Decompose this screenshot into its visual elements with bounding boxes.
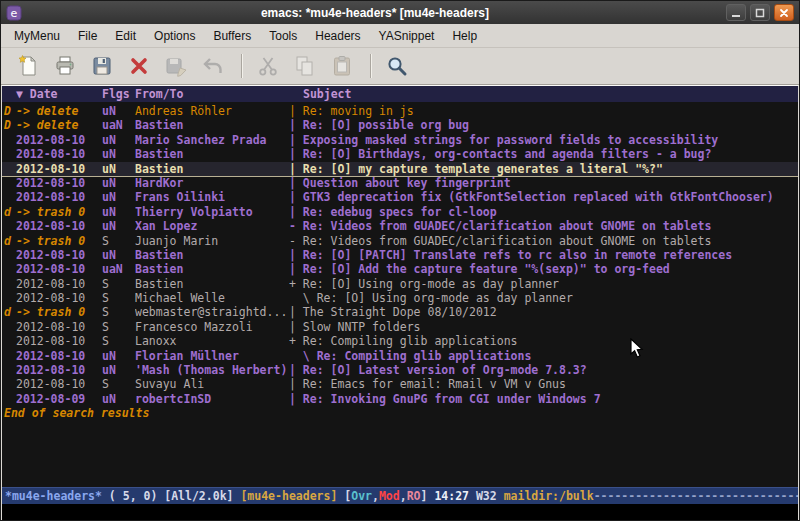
menu-item-headers[interactable]: Headers: [306, 24, 369, 47]
date-cell: 2012-08-10: [16, 377, 102, 391]
subject-cell: | Re: Invoking GnuPG from CGI under Wind…: [289, 392, 798, 406]
svg-text:e: e: [11, 7, 18, 20]
date-cell: -> trash 0: [16, 205, 102, 219]
subject-cell: | Re: [O] Birthdays, org-contacts and ag…: [289, 147, 798, 161]
message-row[interactable]: 2012-08-10 uN Mario Sanchez Prada | Expo…: [2, 133, 798, 147]
toolbar-separator: [370, 54, 372, 78]
minimize-button[interactable]: [726, 4, 746, 21]
message-row[interactable]: 2012-08-10 uN Bastien | Re: [O] Birthday…: [2, 147, 798, 161]
message-row[interactable]: 2012-08-10 S Lanoxx + Re: Compiling glib…: [2, 334, 798, 348]
emacs-app-icon: e: [6, 5, 22, 21]
maximize-icon: [755, 8, 765, 18]
date-cell: 2012-08-10: [16, 190, 102, 204]
menu-item-file[interactable]: File: [69, 24, 106, 47]
mark-cell: [4, 291, 16, 305]
maximize-button[interactable]: [750, 4, 770, 21]
copy-button: [288, 51, 322, 81]
modeline-plain: ]: [421, 489, 435, 503]
end-of-search-results: End of search results: [2, 406, 798, 420]
from-cell: Florian Müllner: [135, 349, 289, 363]
menu-item-options[interactable]: Options: [145, 24, 204, 47]
flags-cell: uN: [102, 147, 135, 161]
flags-cell: uN: [102, 248, 135, 262]
menu-item-buffers[interactable]: Buffers: [204, 24, 260, 47]
new-file-icon: [16, 54, 40, 78]
close-icon: [779, 8, 789, 18]
save-button[interactable]: [85, 51, 119, 81]
print-button[interactable]: [48, 51, 82, 81]
message-row[interactable]: 2012-08-10 uN Xan Lopez - Re: Videos fro…: [2, 219, 798, 233]
search-button[interactable]: [380, 51, 414, 81]
titlebar: e emacs: *mu4e-headers* [mu4e-headers]: [1, 1, 799, 24]
message-row[interactable]: 2012-08-10 uN Bastien | Re: [O] my captu…: [2, 162, 798, 177]
menu-item-tools[interactable]: Tools: [260, 24, 306, 47]
date-cell: 2012-08-10: [16, 147, 102, 161]
date-cell: 2012-08-09: [16, 392, 102, 406]
paste-button: [325, 51, 359, 81]
save-as-icon: [164, 54, 188, 78]
date-cell: 2012-08-10: [16, 248, 102, 262]
from-cell: Michael Welle: [135, 291, 289, 305]
emacs-window: e emacs: *mu4e-headers* [mu4e-headers] M…: [0, 0, 800, 521]
message-row[interactable]: 2012-08-10 S Bastien + Re: [O] Using org…: [2, 277, 798, 291]
date-cell: -> delete: [16, 104, 102, 118]
header-from-column[interactable]: From/To: [135, 86, 289, 102]
flags-cell: S: [102, 291, 135, 305]
message-row[interactable]: D -> delete uN Andreas Röhler | Re: movi…: [2, 104, 798, 118]
print-icon: [53, 54, 77, 78]
menu-item-help[interactable]: Help: [443, 24, 486, 47]
message-row[interactable]: 2012-08-10 S Francesco Mazzoli | Slow NN…: [2, 320, 798, 334]
mark-cell: [4, 363, 16, 377]
message-row[interactable]: 2012-08-10 S Michael Welle \ Re: [O] Usi…: [2, 291, 798, 305]
message-row[interactable]: 2012-08-09 uN robertcInSD | Re: Invoking…: [2, 392, 798, 406]
message-row[interactable]: 2012-08-10 uaN Bastien | Re: [O] Add the…: [2, 262, 798, 276]
message-row[interactable]: d -> trash 0 S Juanjo Marin - Re: Videos…: [2, 234, 798, 248]
message-row[interactable]: 2012-08-10 uN Frans Oilinki | GTK3 depre…: [2, 190, 798, 204]
message-row[interactable]: d -> trash 0 uN Thierry Volpiatto | Re: …: [2, 205, 798, 219]
message-row[interactable]: 2012-08-10 uN 'Mash (Thomas Herbert) | R…: [2, 363, 798, 377]
buffer-area: ▼ Date Flgs From/To Subject D -> delete …: [1, 85, 799, 520]
kill-buffer-button[interactable]: [122, 51, 156, 81]
echo-area[interactable]: [2, 504, 798, 520]
from-cell: Bastien: [135, 118, 289, 132]
date-cell: -> trash 0: [16, 305, 102, 319]
modeline-plain: W32: [469, 489, 504, 503]
mark-cell: [4, 219, 16, 233]
message-row[interactable]: 2012-08-10 uN Bastien | Re: [O] [PATCH] …: [2, 248, 798, 262]
save-icon: [90, 54, 114, 78]
mark-cell: D: [4, 104, 16, 118]
date-cell: 2012-08-10: [16, 349, 102, 363]
mark-cell: [4, 349, 16, 363]
from-cell: Bastien: [135, 262, 289, 276]
subject-cell: | Re: [O] Latest version of Org-mode 7.8…: [289, 363, 798, 377]
subject-cell: | Re: edebug specs for cl-loop: [289, 205, 798, 219]
mark-cell: [4, 262, 16, 276]
message-row[interactable]: d -> trash 0 S webmaster@straightd... | …: [2, 305, 798, 319]
from-cell: Bastien: [135, 147, 289, 161]
flags-cell: S: [102, 277, 135, 291]
message-row[interactable]: 2012-08-10 uN Florian Müllner \ Re: Comp…: [2, 349, 798, 363]
subject-cell: | Re: Emacs for email: Rmail v VM v Gnus: [289, 377, 798, 391]
message-list: D -> delete uN Andreas Röhler | Re: movi…: [2, 102, 798, 487]
header-subject-column[interactable]: Subject: [289, 86, 798, 102]
mark-cell: d: [4, 305, 16, 319]
message-row[interactable]: 2012-08-10 S Suvayu Ali | Re: Emacs for …: [2, 377, 798, 391]
message-row[interactable]: 2012-08-10 uN HardKor | Question about k…: [2, 176, 798, 190]
menu-item-yasnippet[interactable]: YASnippet: [370, 24, 444, 47]
modeline-plain: ,: [372, 489, 379, 503]
new-file-button[interactable]: [11, 51, 45, 81]
date-cell: 2012-08-10: [16, 162, 102, 176]
date-cell: 2012-08-10: [16, 133, 102, 147]
modeline-folder: maildir:/bulk: [504, 489, 594, 503]
header-date-column[interactable]: ▼ Date: [16, 86, 102, 102]
close-button[interactable]: [774, 4, 794, 21]
menu-item-edit[interactable]: Edit: [106, 24, 145, 47]
from-cell: Xan Lopez: [135, 219, 289, 233]
subject-cell: | GTK3 deprecation fix (GtkFontSelection…: [289, 190, 798, 204]
menu-item-mymenu[interactable]: MyMenu: [5, 24, 69, 47]
menu-bar: MyMenuFileEditOptionsBuffersToolsHeaders…: [1, 24, 799, 48]
subject-cell: | Exposing masked strings for password f…: [289, 133, 798, 147]
flags-cell: S: [102, 234, 135, 248]
message-row[interactable]: D -> delete uaN Bastien | Re: [O] possib…: [2, 118, 798, 132]
header-flags-column[interactable]: Flgs: [102, 86, 135, 102]
